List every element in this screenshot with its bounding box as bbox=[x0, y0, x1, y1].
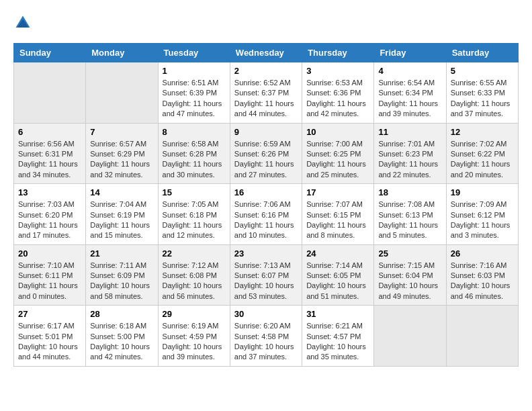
day-detail: Sunrise: 6:51 AM Sunset: 6:39 PM Dayligh… bbox=[163, 78, 226, 120]
day-number: 17 bbox=[306, 187, 369, 197]
day-number: 8 bbox=[163, 127, 226, 137]
day-number: 4 bbox=[378, 66, 441, 76]
day-number: 11 bbox=[378, 127, 441, 137]
calendar-cell: 1Sunrise: 6:51 AM Sunset: 6:39 PM Daylig… bbox=[158, 62, 230, 124]
day-number: 29 bbox=[163, 309, 226, 319]
day-number: 12 bbox=[451, 127, 514, 137]
day-number: 13 bbox=[18, 187, 81, 197]
day-number: 19 bbox=[451, 187, 514, 197]
calendar-cell: 11Sunrise: 7:01 AM Sunset: 6:23 PM Dayli… bbox=[374, 123, 446, 184]
calendar-cell: 6Sunrise: 6:56 AM Sunset: 6:31 PM Daylig… bbox=[14, 123, 86, 184]
day-detail: Sunrise: 7:02 AM Sunset: 6:22 PM Dayligh… bbox=[451, 139, 514, 181]
day-number: 26 bbox=[451, 248, 514, 259]
day-detail: Sunrise: 6:21 AM Sunset: 4:57 PM Dayligh… bbox=[306, 321, 369, 363]
header-wednesday: Wednesday bbox=[230, 44, 302, 62]
header-thursday: Thursday bbox=[302, 44, 374, 62]
calendar-cell: 7Sunrise: 6:57 AM Sunset: 6:29 PM Daylig… bbox=[86, 123, 158, 184]
day-detail: Sunrise: 7:12 AM Sunset: 6:08 PM Dayligh… bbox=[163, 261, 226, 302]
day-detail: Sunrise: 7:11 AM Sunset: 6:09 PM Dayligh… bbox=[90, 261, 153, 302]
day-detail: Sunrise: 6:18 AM Sunset: 5:00 PM Dayligh… bbox=[90, 321, 153, 363]
day-detail: Sunrise: 6:20 AM Sunset: 4:58 PM Dayligh… bbox=[234, 321, 298, 363]
calendar-cell: 8Sunrise: 6:58 AM Sunset: 6:28 PM Daylig… bbox=[158, 123, 230, 184]
calendar-cell: 25Sunrise: 7:15 AM Sunset: 6:04 PM Dayli… bbox=[374, 244, 446, 306]
day-number: 16 bbox=[234, 187, 298, 197]
calendar-cell: 4Sunrise: 6:54 AM Sunset: 6:34 PM Daylig… bbox=[374, 62, 446, 124]
calendar-cell: 27Sunrise: 6:17 AM Sunset: 5:01 PM Dayli… bbox=[14, 306, 86, 367]
day-detail: Sunrise: 6:17 AM Sunset: 5:01 PM Dayligh… bbox=[18, 321, 81, 363]
calendar-cell: 5Sunrise: 6:55 AM Sunset: 6:33 PM Daylig… bbox=[446, 62, 518, 124]
day-detail: Sunrise: 7:01 AM Sunset: 6:23 PM Dayligh… bbox=[378, 139, 441, 181]
calendar-cell: 28Sunrise: 6:18 AM Sunset: 5:00 PM Dayli… bbox=[86, 306, 158, 367]
calendar-cell: 19Sunrise: 7:09 AM Sunset: 6:12 PM Dayli… bbox=[446, 184, 518, 245]
calendar-cell: 21Sunrise: 7:11 AM Sunset: 6:09 PM Dayli… bbox=[86, 244, 158, 306]
day-detail: Sunrise: 6:58 AM Sunset: 6:28 PM Dayligh… bbox=[163, 139, 226, 181]
day-number: 28 bbox=[90, 309, 153, 319]
calendar-week-5: 27Sunrise: 6:17 AM Sunset: 5:01 PM Dayli… bbox=[14, 306, 519, 367]
day-number: 18 bbox=[378, 187, 441, 197]
page-header bbox=[13, 13, 519, 32]
day-detail: Sunrise: 7:06 AM Sunset: 6:16 PM Dayligh… bbox=[234, 199, 298, 241]
calendar-week-2: 6Sunrise: 6:56 AM Sunset: 6:31 PM Daylig… bbox=[14, 123, 519, 184]
calendar-cell bbox=[374, 306, 446, 367]
day-number: 23 bbox=[234, 248, 298, 259]
logo bbox=[13, 13, 35, 32]
day-detail: Sunrise: 6:52 AM Sunset: 6:37 PM Dayligh… bbox=[234, 78, 298, 120]
calendar-cell: 13Sunrise: 7:03 AM Sunset: 6:20 PM Dayli… bbox=[14, 184, 86, 245]
day-detail: Sunrise: 7:07 AM Sunset: 6:15 PM Dayligh… bbox=[306, 199, 369, 241]
calendar-cell: 15Sunrise: 7:05 AM Sunset: 6:18 PM Dayli… bbox=[158, 184, 230, 245]
day-detail: Sunrise: 6:55 AM Sunset: 6:33 PM Dayligh… bbox=[451, 78, 514, 120]
day-detail: Sunrise: 7:04 AM Sunset: 6:19 PM Dayligh… bbox=[90, 199, 153, 241]
calendar-table: SundayMondayTuesdayWednesdayThursdayFrid… bbox=[13, 43, 519, 367]
calendar-cell: 18Sunrise: 7:08 AM Sunset: 6:13 PM Dayli… bbox=[374, 184, 446, 245]
day-detail: Sunrise: 6:59 AM Sunset: 6:26 PM Dayligh… bbox=[234, 139, 298, 181]
day-number: 6 bbox=[18, 127, 81, 137]
calendar-cell: 22Sunrise: 7:12 AM Sunset: 6:08 PM Dayli… bbox=[158, 244, 230, 306]
day-number: 1 bbox=[163, 66, 226, 76]
calendar-header-row: SundayMondayTuesdayWednesdayThursdayFrid… bbox=[14, 44, 519, 62]
day-detail: Sunrise: 7:09 AM Sunset: 6:12 PM Dayligh… bbox=[451, 199, 514, 241]
day-number: 27 bbox=[18, 309, 81, 319]
day-detail: Sunrise: 7:00 AM Sunset: 6:25 PM Dayligh… bbox=[306, 139, 369, 181]
calendar-cell: 10Sunrise: 7:00 AM Sunset: 6:25 PM Dayli… bbox=[302, 123, 374, 184]
day-number: 10 bbox=[306, 127, 369, 137]
header-monday: Monday bbox=[86, 44, 158, 62]
day-number: 15 bbox=[163, 187, 226, 197]
day-detail: Sunrise: 7:10 AM Sunset: 6:11 PM Dayligh… bbox=[18, 261, 81, 302]
calendar-cell bbox=[14, 62, 86, 124]
day-number: 21 bbox=[90, 248, 153, 259]
day-detail: Sunrise: 7:08 AM Sunset: 6:13 PM Dayligh… bbox=[378, 199, 441, 241]
calendar-cell: 31Sunrise: 6:21 AM Sunset: 4:57 PM Dayli… bbox=[302, 306, 374, 367]
day-number: 5 bbox=[451, 66, 514, 76]
calendar-cell: 16Sunrise: 7:06 AM Sunset: 6:16 PM Dayli… bbox=[230, 184, 302, 245]
header-sunday: Sunday bbox=[14, 44, 86, 62]
calendar-cell: 12Sunrise: 7:02 AM Sunset: 6:22 PM Dayli… bbox=[446, 123, 518, 184]
calendar-cell: 14Sunrise: 7:04 AM Sunset: 6:19 PM Dayli… bbox=[86, 184, 158, 245]
calendar-cell: 24Sunrise: 7:14 AM Sunset: 6:05 PM Dayli… bbox=[302, 244, 374, 306]
calendar-cell bbox=[86, 62, 158, 124]
calendar-cell: 23Sunrise: 7:13 AM Sunset: 6:07 PM Dayli… bbox=[230, 244, 302, 306]
calendar-week-3: 13Sunrise: 7:03 AM Sunset: 6:20 PM Dayli… bbox=[14, 184, 519, 245]
day-detail: Sunrise: 7:14 AM Sunset: 6:05 PM Dayligh… bbox=[306, 261, 369, 302]
calendar-cell: 2Sunrise: 6:52 AM Sunset: 6:37 PM Daylig… bbox=[230, 62, 302, 124]
day-detail: Sunrise: 7:13 AM Sunset: 6:07 PM Dayligh… bbox=[234, 261, 298, 302]
day-detail: Sunrise: 7:03 AM Sunset: 6:20 PM Dayligh… bbox=[18, 199, 81, 241]
calendar-cell: 9Sunrise: 6:59 AM Sunset: 6:26 PM Daylig… bbox=[230, 123, 302, 184]
calendar-week-1: 1Sunrise: 6:51 AM Sunset: 6:39 PM Daylig… bbox=[14, 62, 519, 124]
calendar-cell: 3Sunrise: 6:53 AM Sunset: 6:36 PM Daylig… bbox=[302, 62, 374, 124]
day-number: 30 bbox=[234, 309, 298, 319]
day-number: 9 bbox=[234, 127, 298, 137]
header-saturday: Saturday bbox=[446, 44, 518, 62]
day-number: 31 bbox=[306, 309, 369, 319]
day-detail: Sunrise: 7:16 AM Sunset: 6:03 PM Dayligh… bbox=[451, 261, 514, 302]
day-detail: Sunrise: 6:57 AM Sunset: 6:29 PM Dayligh… bbox=[90, 139, 153, 181]
calendar-cell bbox=[446, 306, 518, 367]
logo-icon bbox=[13, 13, 32, 32]
calendar-week-4: 20Sunrise: 7:10 AM Sunset: 6:11 PM Dayli… bbox=[14, 244, 519, 306]
day-detail: Sunrise: 6:53 AM Sunset: 6:36 PM Dayligh… bbox=[306, 78, 369, 120]
day-detail: Sunrise: 6:19 AM Sunset: 4:59 PM Dayligh… bbox=[163, 321, 226, 363]
header-tuesday: Tuesday bbox=[158, 44, 230, 62]
day-number: 2 bbox=[234, 66, 298, 76]
calendar-cell: 26Sunrise: 7:16 AM Sunset: 6:03 PM Dayli… bbox=[446, 244, 518, 306]
day-number: 14 bbox=[90, 187, 153, 197]
day-detail: Sunrise: 7:05 AM Sunset: 6:18 PM Dayligh… bbox=[163, 199, 226, 241]
